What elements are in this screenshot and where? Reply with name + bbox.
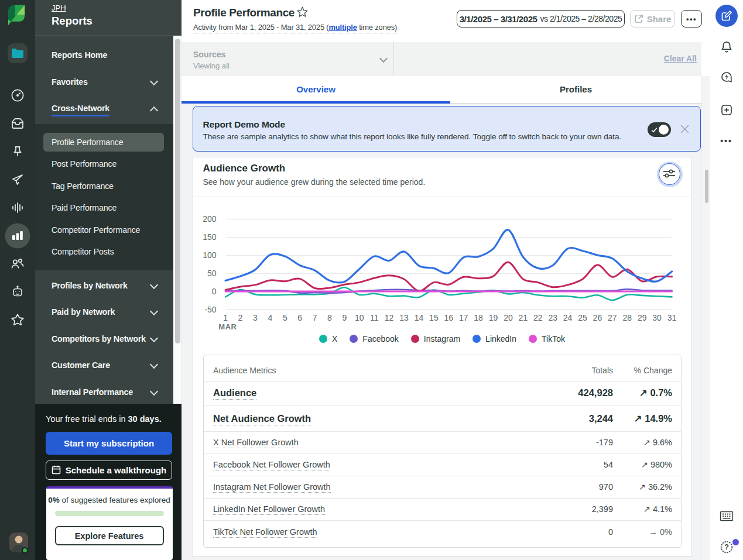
svg-text:14: 14 — [414, 313, 423, 322]
svg-text:?: ? — [724, 543, 729, 551]
svg-text:30: 30 — [652, 313, 662, 322]
svg-text:50: 50 — [207, 268, 216, 277]
svg-text:9: 9 — [342, 313, 347, 322]
svg-text:150: 150 — [203, 232, 217, 242]
svg-text:8: 8 — [327, 313, 332, 322]
svg-text:17: 17 — [458, 313, 468, 322]
svg-text:27: 27 — [608, 313, 617, 322]
svg-text:29: 29 — [637, 313, 646, 322]
svg-text:4: 4 — [268, 313, 272, 322]
svg-text:23: 23 — [548, 313, 557, 322]
svg-text:2: 2 — [238, 313, 242, 322]
svg-text:200: 200 — [203, 214, 217, 224]
svg-text:20: 20 — [504, 313, 513, 322]
svg-text:18: 18 — [474, 313, 483, 322]
svg-text:16: 16 — [444, 313, 453, 322]
svg-text:11: 11 — [369, 313, 378, 322]
svg-text:-50: -50 — [204, 304, 216, 314]
svg-text:22: 22 — [533, 313, 543, 322]
svg-text:1: 1 — [223, 313, 228, 322]
svg-text:26: 26 — [593, 313, 602, 322]
svg-text:31: 31 — [667, 313, 676, 322]
svg-text:3: 3 — [253, 313, 258, 322]
svg-text:5: 5 — [282, 313, 287, 322]
svg-text:15: 15 — [429, 313, 439, 322]
svg-text:100: 100 — [203, 250, 217, 259]
svg-text:13: 13 — [399, 313, 409, 322]
svg-text:7: 7 — [312, 313, 317, 322]
svg-text:MAR: MAR — [218, 322, 237, 331]
svg-text:24: 24 — [563, 313, 572, 322]
svg-text:21: 21 — [518, 313, 528, 322]
svg-text:10: 10 — [355, 313, 364, 322]
svg-text:0: 0 — [211, 286, 216, 296]
svg-text:12: 12 — [384, 313, 393, 322]
svg-text:6: 6 — [297, 313, 302, 322]
svg-text:25: 25 — [578, 313, 587, 322]
svg-text:19: 19 — [488, 313, 498, 322]
svg-text:28: 28 — [622, 313, 632, 322]
